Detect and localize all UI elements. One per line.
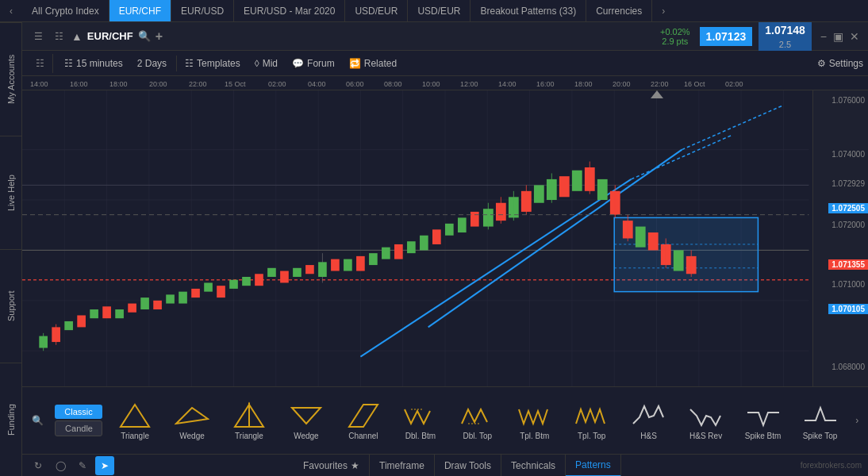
tab-eurchf[interactable]: EUR/CHF xyxy=(109,0,171,21)
chart-svg xyxy=(22,90,868,386)
forum-label: Forum xyxy=(307,58,335,69)
bottom-nav-left: ↻ ◯ ✎ ➤ xyxy=(29,456,114,475)
menu-icon[interactable]: ☰ xyxy=(29,27,48,46)
timeframe-label: 15 minutes xyxy=(76,58,123,69)
tool-dbl-top[interactable]: Dbl. Top xyxy=(450,389,505,452)
cancel-btn[interactable]: ◯ xyxy=(51,456,70,475)
tab-currencies[interactable]: Currencies xyxy=(586,0,652,21)
svg-rect-68 xyxy=(217,286,225,298)
price-label-top: 1.076000 xyxy=(832,96,865,105)
classic-btn[interactable]: Classic xyxy=(55,405,102,419)
tab-eurusd[interactable]: EUR/USD xyxy=(171,0,234,21)
svg-text:02:00: 02:00 xyxy=(268,80,286,88)
minimize-btn[interactable]: − xyxy=(818,30,829,43)
templates-btn[interactable]: ☷ Templates xyxy=(179,56,247,71)
timeframe-grid-btn[interactable]: ☷ 15 minutes xyxy=(58,56,129,71)
related-btn[interactable]: 🔁 Related xyxy=(343,56,403,71)
tool-label: Triangle xyxy=(121,432,149,440)
tool-label: Tpl. Btm xyxy=(520,432,549,440)
tab-patterns[interactable]: Patterns xyxy=(566,455,621,477)
tab-prev[interactable]: ‹ xyxy=(0,0,22,21)
tool-tpl-btm[interactable]: Tpl. Btm xyxy=(507,389,563,452)
tool-tpl-top[interactable]: Tpl. Top xyxy=(564,389,620,452)
slash-icon: ▲ xyxy=(71,30,83,43)
tool-label: H&S xyxy=(640,432,657,440)
wedge-2-icon xyxy=(289,401,324,430)
grid-icon[interactable]: ☷ xyxy=(49,27,68,46)
tool-triangle-1[interactable]: Triangle xyxy=(107,389,163,452)
tab-next[interactable]: › xyxy=(652,0,674,21)
price-change-pct: +0.02% xyxy=(660,27,690,36)
pencil-btn[interactable]: ✎ xyxy=(73,456,92,475)
price-bid[interactable]: 1.07123 xyxy=(700,27,753,46)
tool-wedge-2[interactable]: Wedge xyxy=(278,389,334,452)
main-area: ☰ ☷ ▲ EUR/CHF 🔍 + +0.02% 2.9 pts 1.07123… xyxy=(22,22,868,476)
dbl-btm-icon xyxy=(403,401,438,430)
grid-toggle[interactable]: ☷ xyxy=(30,54,49,73)
tab-favourites[interactable]: Favourites ★ xyxy=(294,455,370,477)
tab-all-crypto[interactable]: All Crypto Index xyxy=(22,0,109,21)
related-icon: 🔁 xyxy=(349,58,361,69)
price-axis: 1.076000 1.074000 1.072929 1.072505 1.07… xyxy=(812,90,868,386)
search-icon[interactable]: 🔍 xyxy=(138,30,151,42)
sidebar-support[interactable]: Support xyxy=(0,249,21,363)
svg-rect-73 xyxy=(280,271,289,283)
price-label-l4: 1.072000 xyxy=(832,221,865,229)
tool-hs-rev[interactable]: H&S Rev xyxy=(678,389,734,452)
restore-btn[interactable]: ▣ xyxy=(831,30,846,43)
toolbar: ☷ ☷ 15 minutes 2 Days ☷ Templates ◊ Mid … xyxy=(22,51,868,76)
tool-spike-btm[interactable]: Spike Btm xyxy=(735,389,791,452)
svg-rect-84 xyxy=(407,241,416,253)
tool-label: Wedge xyxy=(294,432,319,440)
tool-spike-top[interactable]: Spike Top xyxy=(793,389,848,452)
candle-btn[interactable]: Candle xyxy=(55,420,102,436)
close-btn[interactable]: ✕ xyxy=(847,30,862,43)
svg-rect-70 xyxy=(242,277,251,286)
svg-rect-83 xyxy=(394,244,403,259)
tool-wedge-1[interactable]: Wedge xyxy=(164,389,220,452)
svg-rect-105 xyxy=(597,179,608,200)
sidebar-live-help[interactable]: Live Help xyxy=(0,136,21,249)
sidebar-my-accounts[interactable]: My Accounts xyxy=(0,22,21,136)
range-btn[interactable]: 2 Days xyxy=(131,56,173,71)
price-tag-1: 1.072505 xyxy=(828,203,868,213)
tool-dbl-btm[interactable]: Dbl. Btm xyxy=(393,389,448,452)
forum-btn[interactable]: 💬 Forum xyxy=(286,56,341,71)
triangle-1-icon xyxy=(117,401,152,430)
tab-usdeur1[interactable]: USD/EUR xyxy=(345,0,408,21)
tab-technicals[interactable]: Technicals xyxy=(501,455,566,477)
tab-eurusd-mar[interactable]: EUR/USD - Mar 2020 xyxy=(234,0,345,21)
chart-svg-container[interactable]: 1.076000 1.074000 1.072929 1.072505 1.07… xyxy=(22,90,868,386)
svg-rect-98 xyxy=(534,185,544,202)
sidebar-funding[interactable]: Funding xyxy=(0,363,21,476)
svg-rect-57 xyxy=(77,315,86,327)
refresh-btn[interactable]: ↻ xyxy=(29,456,48,475)
svg-line-51 xyxy=(632,135,733,179)
price-label-l6: 1.071000 xyxy=(832,280,865,289)
price-ask[interactable]: 1.07148 xyxy=(759,22,812,38)
chart-container: 14:00 16:00 18:00 20:00 22:00 15 Oct 02:… xyxy=(22,76,868,476)
add-tab-icon[interactable]: + xyxy=(156,29,163,44)
bottom-nav-tabs: Favourites ★ Timeframe Draw Tools Techni… xyxy=(294,455,621,477)
tool-triangle-2[interactable]: Triangle xyxy=(221,389,277,452)
tool-hs[interactable]: H&S xyxy=(621,389,677,452)
settings-btn[interactable]: ⚙ Settings xyxy=(817,58,863,69)
svg-rect-69 xyxy=(229,280,238,289)
search-btn[interactable]: 🔍 xyxy=(25,405,50,436)
toolbar-timeframe: ☷ 15 minutes 2 Days xyxy=(55,56,177,71)
tool-label: H&S Rev xyxy=(689,432,722,440)
tool-channel[interactable]: Channel xyxy=(336,389,391,452)
spike-btm-icon xyxy=(746,401,781,430)
tab-draw-tools[interactable]: Draw Tools xyxy=(435,455,501,477)
svg-rect-71 xyxy=(255,274,263,286)
arrow-btn[interactable]: ➤ xyxy=(95,456,114,475)
svg-rect-64 xyxy=(166,294,175,303)
tpl-top-icon xyxy=(574,401,609,430)
svg-rect-79 xyxy=(344,259,352,271)
svg-text:14:00: 14:00 xyxy=(498,80,517,88)
tab-breakout[interactable]: Breakout Patterns (33) xyxy=(470,0,586,21)
tab-timeframe[interactable]: Timeframe xyxy=(370,455,435,477)
mid-btn[interactable]: ◊ Mid xyxy=(248,56,284,71)
tab-usdeur2[interactable]: USD/EUR xyxy=(408,0,470,21)
tools-next[interactable]: › xyxy=(849,415,864,426)
